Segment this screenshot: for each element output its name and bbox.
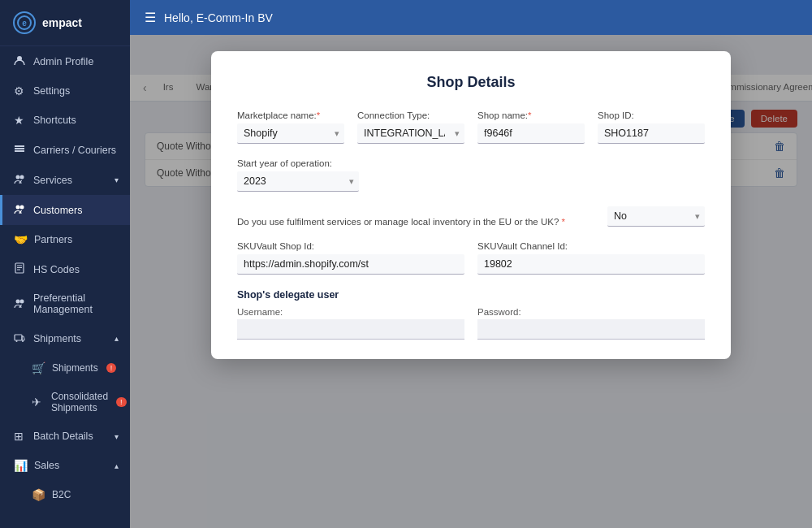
form-row-fulfilment: Do you use fulfilment services or manage… (237, 206, 705, 227)
skuvault-channel-id-input[interactable] (477, 254, 705, 275)
password-label: Password: (477, 307, 705, 317)
content-area: Customer Management ‹ Irs Warehouses Tax… (130, 35, 812, 528)
delegate-row: Username: Password: (237, 307, 705, 340)
sidebar-item-settings[interactable]: ⚙ Settings (0, 76, 130, 106)
sidebar-label-customers: Customers (33, 205, 82, 216)
sidebar-item-preferential[interactable]: Preferential Management (0, 284, 130, 323)
modal-title: Shop Details (237, 74, 705, 91)
fulfilment-select[interactable]: No Yes (607, 206, 705, 227)
svg-rect-4 (15, 148, 24, 149)
start-year-select[interactable]: 2020 2021 2022 2023 2024 (237, 171, 359, 192)
svg-point-15 (20, 299, 24, 303)
carriers-icon (14, 143, 27, 157)
sidebar-label-shortcuts: Shortcuts (33, 115, 76, 126)
sidebar-label-settings: Settings (33, 85, 70, 97)
batch-arrow: ▾ (114, 432, 119, 441)
svg-point-14 (16, 299, 20, 303)
sidebar-item-shipments[interactable]: 🛒 Shipments ! (0, 353, 130, 383)
user-icon (14, 54, 27, 68)
sidebar-label-batch-details: Batch Details (33, 431, 93, 442)
sidebar-item-shipments-group[interactable]: Shipments ▴ (0, 323, 130, 353)
delegate-title: Shop's delegate user (237, 289, 705, 301)
services-arrow: ▾ (114, 175, 119, 184)
preferential-icon (14, 297, 27, 311)
shop-details-modal: Shop Details Marketplace name:* Shopify … (211, 51, 731, 359)
gear-icon: ⚙ (14, 84, 27, 97)
hs-codes-icon (14, 262, 27, 276)
form-row-2: Start year of operation: 2020 2021 2022 … (237, 158, 705, 192)
shop-name-label: Shop name:* (477, 110, 585, 120)
username-input[interactable] (237, 319, 464, 340)
sidebar-item-shortcuts[interactable]: ★ Shortcuts (0, 106, 130, 135)
username-field: Username: (237, 307, 464, 340)
sidebar-label-partners: Partners (34, 234, 72, 245)
customers-icon (14, 203, 27, 217)
consolidated-icon: ✈ (32, 396, 45, 409)
svg-point-9 (20, 206, 24, 210)
connection-type-select[interactable]: INTEGRATION_LAYER API FTP (357, 123, 464, 144)
sidebar-item-sales[interactable]: 📊 Sales ▴ (0, 451, 130, 480)
topbar-greeting: Hello, E-Comm-In BV (164, 11, 273, 24)
main-content: ☰ Hello, E-Comm-In BV Customer Managemen… (130, 0, 812, 528)
skuvault-shop-id-label: SKUVault Shop Id: (237, 241, 464, 251)
sidebar-item-consolidated[interactable]: ✈ Consolidated Shipments ! (0, 383, 130, 422)
sidebar-label-preferential: Preferential Management (33, 292, 119, 315)
fulfilment-group: Do you use fulfilment services or manage… (237, 217, 594, 227)
skuvault-channel-id-group: SKUVault Channel Id: (477, 241, 705, 275)
marketplace-name-label: Marketplace name:* (237, 110, 344, 120)
password-input[interactable] (477, 319, 705, 340)
consolidated-badge: ! (116, 397, 127, 407)
sidebar-label-carriers: Carriers / Couriers (33, 145, 116, 156)
skuvault-shop-id-input[interactable] (237, 254, 464, 275)
skuvault-shop-id-group: SKUVault Shop Id: (237, 241, 464, 275)
shop-id-group: Shop ID: (598, 110, 705, 144)
sales-arrow: ▴ (114, 461, 119, 470)
shop-name-input[interactable] (477, 123, 585, 144)
star-icon: ★ (14, 114, 27, 127)
shipments-sub-icon: 🛒 (32, 361, 45, 374)
fulfilment-select-group: No Yes ▾ (607, 206, 705, 227)
sidebar-item-services[interactable]: Services ▾ (0, 165, 130, 195)
shop-id-input[interactable] (598, 123, 705, 144)
password-field: Password: (477, 307, 705, 340)
services-icon (14, 173, 27, 187)
sidebar-item-b2c[interactable]: 📦 B2C (0, 480, 130, 509)
svg-point-7 (20, 175, 24, 180)
sidebar-item-hs-codes[interactable]: HS Codes (0, 254, 130, 284)
sidebar-label-shipments: Shipments (52, 362, 98, 374)
svg-text:e: e (22, 19, 27, 28)
delegate-section: Shop's delegate user Username: Password: (237, 289, 705, 340)
partners-icon: 🤝 (14, 233, 28, 246)
logo-icon: e (13, 11, 36, 34)
sidebar-label-b2c: B2C (52, 489, 71, 500)
sidebar-item-carriers[interactable]: Carriers / Couriers (0, 135, 130, 165)
start-year-group: Start year of operation: 2020 2021 2022 … (237, 158, 359, 192)
form-row-skuvault: SKUVault Shop Id: SKUVault Channel Id: (237, 241, 705, 275)
sidebar-item-partners[interactable]: 🤝 Partners (0, 225, 130, 254)
sidebar-item-batch-details[interactable]: ⊞ Batch Details ▾ (0, 422, 130, 451)
svg-rect-5 (15, 150, 24, 152)
shop-name-group: Shop name:* (477, 110, 585, 144)
sidebar-label-shipments-group: Shipments (33, 333, 81, 344)
svg-point-6 (16, 175, 20, 180)
svg-point-18 (22, 340, 24, 342)
svg-point-17 (16, 340, 18, 342)
menu-hamburger-icon[interactable]: ☰ (145, 10, 156, 25)
svg-rect-16 (15, 335, 22, 340)
connection-type-label: Connection Type: (357, 110, 464, 120)
shop-id-label: Shop ID: (598, 110, 705, 120)
b2c-icon: 📦 (32, 488, 45, 501)
batch-icon: ⊞ (14, 430, 27, 443)
shipments-badge: ! (106, 363, 117, 373)
skuvault-channel-id-label: SKUVault Channel Id: (477, 241, 705, 251)
marketplace-name-select[interactable]: Shopify Amazon eBay WooCommerce (237, 123, 344, 144)
sidebar-item-customers[interactable]: Customers (0, 195, 130, 225)
shipments-arrow: ▴ (114, 334, 119, 343)
connection-type-select-wrapper: INTEGRATION_LAYER API FTP ▾ (357, 123, 464, 144)
sidebar-item-admin-profile[interactable]: Admin Profile (0, 46, 130, 76)
sidebar-label-hs-codes: HS Codes (33, 264, 80, 275)
connection-type-group: Connection Type: INTEGRATION_LAYER API F… (357, 110, 464, 144)
start-year-label: Start year of operation: (237, 158, 359, 168)
fulfilment-label: Do you use fulfilment services or manage… (237, 217, 594, 227)
fulfilment-select-wrapper: No Yes ▾ (607, 206, 705, 227)
